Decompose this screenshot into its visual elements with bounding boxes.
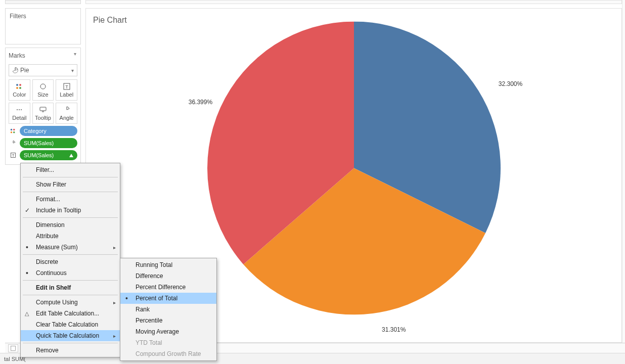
pill-sum-sales-angle[interactable]: SUM(Sales) xyxy=(20,138,77,148)
tooltip-shelf[interactable]: Tooltip xyxy=(32,103,54,124)
separator xyxy=(23,254,118,255)
table-calc-icon xyxy=(69,154,73,157)
pie-icon xyxy=(12,67,18,73)
pill-category[interactable]: Category xyxy=(20,126,77,136)
svg-point-12 xyxy=(13,129,15,131)
menu-clear-table-calc[interactable]: Clear Table Calculation xyxy=(21,319,120,330)
detail-shelf[interactable]: Detail xyxy=(9,103,30,124)
angle-icon xyxy=(9,140,18,146)
svg-point-3 xyxy=(19,87,21,89)
menu-discrete[interactable]: Discrete xyxy=(21,256,120,267)
submenu-rank[interactable]: Rank xyxy=(120,304,216,315)
menu-include-tooltip[interactable]: Include in Tooltip xyxy=(21,205,120,216)
separator xyxy=(23,217,118,218)
tooltip-icon xyxy=(39,106,47,114)
menu-attribute[interactable]: Attribute xyxy=(21,231,120,242)
svg-text:T: T xyxy=(65,84,68,89)
pill-row-category: Category xyxy=(9,126,77,136)
angle-icon xyxy=(63,106,71,114)
menu-quick-table-calc[interactable]: Quick Table Calculation xyxy=(21,330,120,341)
separator xyxy=(23,192,118,192)
chevron-down-icon: ▾ xyxy=(71,68,74,73)
menu-dimension[interactable]: Dimension xyxy=(21,219,120,231)
svg-point-14 xyxy=(13,131,15,133)
mark-type-select[interactable]: Pie ▾ xyxy=(9,64,77,76)
menu-filter[interactable]: Filter... xyxy=(21,164,120,175)
svg-point-11 xyxy=(11,129,13,131)
pill-label: SUM(Sales) xyxy=(24,152,54,158)
submenu-ytd-total: YTD Total xyxy=(120,337,216,348)
color-label: Color xyxy=(13,92,26,98)
filters-title: Filters xyxy=(10,12,76,22)
svg-point-2 xyxy=(16,87,18,89)
menu-show-filter[interactable]: Show Filter xyxy=(21,179,120,190)
detail-label: Detail xyxy=(12,115,26,121)
label-icon: T xyxy=(9,152,18,158)
menu-continuous[interactable]: Continuous xyxy=(21,267,120,279)
submenu-percent-of-total[interactable]: Percent of Total xyxy=(120,293,216,304)
pill-label: SUM(Sales) xyxy=(24,140,54,146)
marks-shelf-grid: Color Size T Label Detail Tooltip Angle xyxy=(9,79,77,124)
angle-shelf[interactable]: Angle xyxy=(56,103,77,124)
separator xyxy=(23,177,118,177)
svg-text:T: T xyxy=(12,154,14,157)
marks-card: ▾ Marks Pie ▾ Color Size T Label xyxy=(5,48,81,165)
filters-card[interactable]: Filters xyxy=(5,8,81,44)
svg-point-8 xyxy=(19,109,20,110)
pill-context-menu: Filter... Show Filter Format... Include … xyxy=(20,163,120,357)
submenu-moving-average[interactable]: Moving Average xyxy=(120,326,216,337)
svg-point-9 xyxy=(21,109,22,110)
pill-label: Category xyxy=(24,128,47,134)
svg-point-4 xyxy=(40,84,46,89)
menu-compute-using[interactable]: Compute Using xyxy=(21,297,120,308)
tooltip-label: Tooltip xyxy=(35,115,51,121)
svg-point-13 xyxy=(11,131,13,133)
label-shelf[interactable]: T Label xyxy=(56,79,77,101)
data-label-2: 36.399% xyxy=(189,99,212,106)
pill-row-sum-sales-label: T SUM(Sales) xyxy=(9,150,77,160)
quick-table-calc-submenu: Running Total Difference Percent Differe… xyxy=(120,258,217,361)
menu-edit-shelf[interactable]: Edit in Shelf xyxy=(21,282,120,293)
menu-measure[interactable]: Measure (Sum) xyxy=(21,242,120,253)
svg-rect-10 xyxy=(40,107,46,111)
separator xyxy=(23,295,118,295)
chevron-down-icon[interactable]: ▾ xyxy=(74,51,76,57)
svg-point-0 xyxy=(16,84,18,86)
data-label-1: 31.301% xyxy=(382,326,406,333)
right-gutter xyxy=(622,0,625,343)
submenu-compound-growth: Compound Growth Rate xyxy=(120,348,216,359)
mark-type-label: Pie xyxy=(20,67,29,74)
columns-shelf-placeholder[interactable] xyxy=(85,0,622,4)
sheet-icon xyxy=(10,345,16,351)
svg-rect-17 xyxy=(11,346,16,350)
side-panel: Filters ▾ Marks Pie ▾ Color Size T Label xyxy=(5,8,81,168)
data-label-0: 32.300% xyxy=(499,80,522,87)
pie-chart[interactable] xyxy=(207,21,501,316)
pill-sum-sales-label[interactable]: SUM(Sales) xyxy=(20,150,77,160)
menu-remove[interactable]: Remove xyxy=(21,345,120,356)
marks-title: Marks xyxy=(9,51,77,61)
svg-point-7 xyxy=(17,109,18,110)
separator xyxy=(23,343,118,343)
color-icon xyxy=(15,82,23,90)
submenu-percentile[interactable]: Percentile xyxy=(120,315,216,326)
label-icon: T xyxy=(63,82,71,90)
pill-row-sum-sales-angle: SUM(Sales) xyxy=(9,138,77,148)
rows-shelf-placeholder[interactable] xyxy=(5,0,81,4)
color-icon xyxy=(9,127,18,134)
submenu-percent-difference[interactable]: Percent Difference xyxy=(120,282,216,293)
size-icon xyxy=(39,82,47,90)
menu-format[interactable]: Format... xyxy=(21,194,120,205)
submenu-difference[interactable]: Difference xyxy=(120,270,216,282)
size-label: Size xyxy=(37,92,48,98)
color-shelf[interactable]: Color xyxy=(9,79,30,101)
angle-label: Angle xyxy=(60,115,74,121)
svg-point-1 xyxy=(19,84,21,86)
label-label: Label xyxy=(60,92,73,98)
size-shelf[interactable]: Size xyxy=(32,79,54,101)
menu-edit-table-calc[interactable]: Edit Table Calculation... xyxy=(21,308,120,319)
new-worksheet-button[interactable] xyxy=(8,344,18,352)
submenu-running-total[interactable]: Running Total xyxy=(120,259,216,270)
detail-icon xyxy=(15,106,23,114)
separator xyxy=(23,280,118,281)
